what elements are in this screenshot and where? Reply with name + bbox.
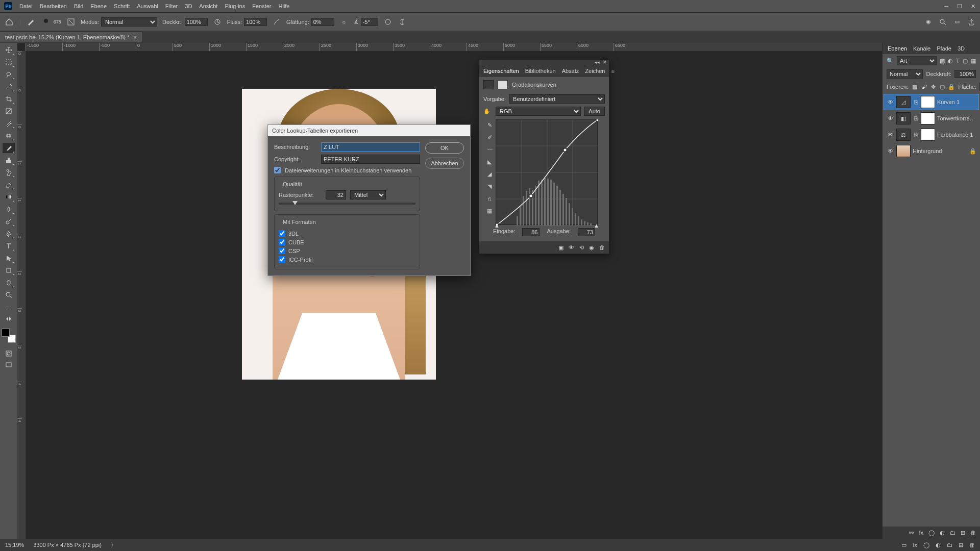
type-tool-icon[interactable] — [3, 241, 15, 251]
smooth-curve-icon[interactable]: 〰 — [485, 145, 494, 154]
timeline-icon[interactable]: ▭ — [901, 542, 906, 548]
blend-mode-select[interactable]: Normal — [101, 17, 157, 27]
smoothing-input[interactable] — [311, 18, 334, 26]
window-restore-icon[interactable]: ☐ — [957, 3, 963, 10]
brush-tool-icon[interactable] — [3, 143, 15, 153]
gray-point-icon[interactable]: ◢ — [485, 170, 494, 178]
more-tools-icon[interactable]: ⋯ — [3, 302, 15, 312]
layer-filter-select[interactable]: Art — [897, 56, 937, 65]
home-icon[interactable] — [4, 17, 14, 27]
filter-smart-icon[interactable]: ▦ — [971, 58, 976, 64]
edit-toolbar-icon[interactable] — [3, 314, 15, 323]
layer-name[interactable]: Tonwertkorrektur 1 — [937, 115, 976, 121]
adjustment-thumb[interactable]: ⚖ — [896, 129, 911, 141]
tab-3d[interactable]: 3D — [958, 45, 965, 52]
layer-row[interactable]: 👁 ◿ ⎘ Kurven 1 — [884, 94, 979, 110]
screenmode-icon[interactable] — [3, 360, 15, 369]
window-close-icon[interactable]: ✕ — [970, 3, 976, 10]
menu-ebene[interactable]: Ebene — [90, 3, 107, 9]
menu-bild[interactable]: Bild — [74, 3, 83, 9]
curve-draw-icon[interactable]: ✐ — [485, 133, 494, 141]
link-icon[interactable]: ⎘ — [913, 99, 919, 105]
angle-input[interactable] — [361, 18, 378, 26]
layer-fx-icon[interactable]: fx — [919, 530, 923, 536]
output-value[interactable] — [578, 228, 595, 236]
input-value[interactable] — [522, 228, 540, 236]
eyedropper-tool-icon[interactable] — [3, 118, 15, 129]
pressure-opacity-icon[interactable] — [213, 17, 222, 27]
tab-kanaele[interactable]: Kanäle — [913, 45, 930, 52]
close-tab-icon[interactable]: × — [133, 34, 136, 40]
lock-transparent-icon[interactable]: ▩ — [911, 83, 918, 90]
tab-zeichen[interactable]: Zeichen — [585, 68, 605, 74]
hand-sampler-icon[interactable]: ✋ — [483, 108, 493, 115]
clip-icon[interactable]: ⎌ — [485, 194, 494, 203]
lock-artboard-icon[interactable]: ▢ — [939, 83, 946, 90]
tab-pfade[interactable]: Pfade — [937, 45, 951, 52]
lock-paint-icon[interactable]: 🖌 — [920, 83, 927, 90]
brush-size-field[interactable]: 678 — [40, 16, 61, 28]
pen-tool-icon[interactable] — [3, 229, 15, 239]
lasso-tool-icon[interactable] — [3, 69, 15, 80]
filter-adj-icon[interactable]: ◐ — [948, 58, 953, 64]
histogram-icon[interactable]: ▦ — [485, 207, 494, 215]
menu-plugins[interactable]: Plug-ins — [225, 3, 245, 9]
quality-slider[interactable] — [279, 203, 415, 205]
delete-adj-icon[interactable]: 🗑 — [599, 244, 605, 251]
layer-opacity-input[interactable] — [954, 70, 976, 78]
image-thumb[interactable] — [896, 145, 911, 157]
link-layers-icon[interactable]: ⚯ — [909, 530, 914, 536]
heal-tool-icon[interactable] — [3, 131, 15, 141]
format-icc-checkbox[interactable] — [279, 256, 285, 263]
adjustment-thumb[interactable]: ◿ — [896, 96, 911, 108]
zoom-tool-icon[interactable] — [3, 290, 15, 300]
history-brush-icon[interactable] — [3, 167, 15, 178]
format-3dl-checkbox[interactable] — [279, 230, 285, 237]
layer-row[interactable]: 👁 ⚖ ⎘ Farbbalance 1 — [884, 127, 979, 143]
gradient-tool-icon[interactable] — [3, 192, 15, 202]
status-chevron-icon[interactable]: 〉 — [111, 541, 116, 549]
curve-point-icon[interactable]: ✎ — [485, 121, 494, 129]
quality-preset-select[interactable]: Mittel — [350, 190, 386, 199]
clip-layer-icon[interactable]: ▣ — [558, 244, 564, 251]
airbrush-icon[interactable] — [272, 17, 281, 27]
channel-select[interactable]: RGB — [496, 107, 581, 116]
cloud-icon[interactable]: ◉ — [924, 17, 933, 27]
panel-menu-icon[interactable]: ≡ — [611, 68, 614, 74]
toggle-view-icon[interactable]: 👁 — [569, 244, 574, 251]
status-new-icon[interactable]: ⊞ — [959, 542, 963, 548]
layer-name[interactable]: Farbbalance 1 — [937, 132, 976, 138]
panel-close-icon[interactable]: ✕ — [603, 60, 607, 65]
curves-graph[interactable]: ▲ ▲ — [496, 119, 598, 225]
brush-panel-icon[interactable] — [66, 17, 76, 27]
gridpoints-input[interactable] — [326, 190, 346, 199]
symmetry-icon[interactable] — [398, 17, 407, 27]
menu-ansicht[interactable]: Ansicht — [199, 3, 217, 9]
mask-thumb[interactable] — [921, 129, 935, 141]
visibility-icon[interactable]: ◉ — [589, 244, 594, 251]
pressure-size-icon[interactable] — [383, 17, 393, 27]
window-minimize-icon[interactable]: ─ — [943, 3, 949, 10]
path-select-icon[interactable] — [3, 253, 15, 263]
auto-button[interactable]: Auto — [584, 107, 605, 116]
filter-shape-icon[interactable]: ▢ — [963, 58, 968, 64]
layer-row[interactable]: 👁 ◧ ⎘ Tonwertkorrektur 1 — [884, 110, 979, 127]
opacity-input[interactable] — [185, 18, 208, 26]
new-group-icon[interactable]: 🗀 — [950, 530, 955, 536]
status-trash-icon[interactable]: 🗑 — [969, 542, 975, 548]
menu-hilfe[interactable]: Hilfe — [278, 3, 289, 9]
status-mask-icon[interactable]: ◯ — [923, 542, 929, 548]
menu-filter[interactable]: Filter — [165, 3, 178, 9]
link-icon[interactable]: ⎘ — [913, 115, 919, 121]
zoom-value[interactable]: 15,19% — [5, 542, 24, 548]
tab-absatz[interactable]: Absatz — [562, 68, 579, 74]
menu-bearbeiten[interactable]: Bearbeiten — [40, 3, 67, 9]
layer-name[interactable]: Kurven 1 — [937, 99, 976, 105]
format-cube-checkbox[interactable] — [279, 239, 285, 245]
layer-row[interactable]: 👁 Hintergrund 🔒 — [884, 143, 979, 159]
wand-tool-icon[interactable] — [3, 82, 15, 92]
new-layer-icon[interactable]: ⊞ — [961, 530, 965, 536]
layer-blend-select[interactable]: Normal — [887, 69, 923, 79]
search-icon[interactable] — [938, 17, 947, 27]
move-tool-icon[interactable] — [3, 45, 15, 55]
